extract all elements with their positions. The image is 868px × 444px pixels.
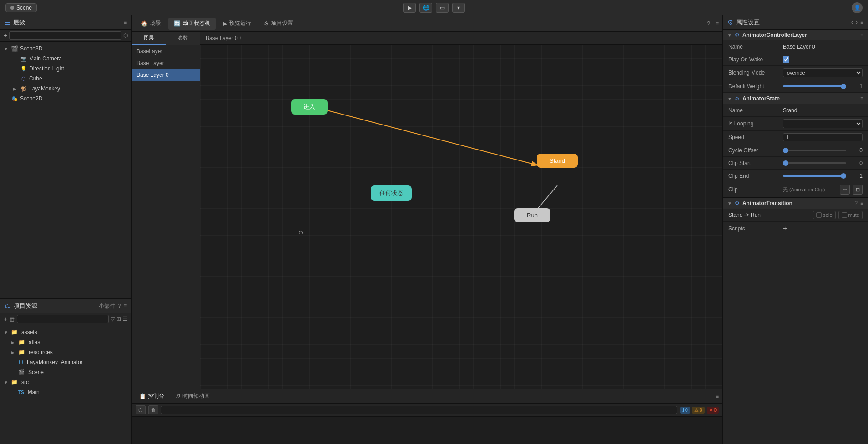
project-help-icon[interactable]: ? (118, 303, 121, 309)
tree-item-layamonkey[interactable]: ▶ 🐒 LayaMonkey (0, 84, 131, 94)
tree-item-main-camera[interactable]: 📷 Main Camera (0, 54, 131, 64)
hierarchy-search-bar: + ⬡ (0, 30, 131, 42)
project-search-input[interactable] (17, 315, 109, 323)
graph-node-enter[interactable]: 进入 (291, 99, 328, 115)
assets-arrow: ▼ (4, 330, 9, 335)
folder-resources[interactable]: ▶ 📁 resources (0, 347, 131, 357)
section-state-header[interactable]: ▼ ⚙ AnimatorState ≡ (723, 93, 868, 104)
dropdown-icon: ▾ (457, 5, 460, 11)
prop-speed-input[interactable] (783, 133, 863, 141)
console-clear-btn[interactable]: 🗑 (148, 405, 158, 414)
dropdown-button[interactable]: ▾ (452, 3, 465, 13)
grid-icon[interactable]: ⊞ (116, 316, 121, 322)
prop-clip-end-slider-container: 1 (783, 173, 863, 179)
prop-state-name-text: Stand (783, 107, 797, 114)
tree-item-cube[interactable]: ⬡ Cube (0, 74, 131, 84)
folder-atlas[interactable]: ▶ 📁 atlas (0, 337, 131, 347)
svg-line-0 (328, 110, 537, 165)
scripts-row: Scripts + (723, 222, 868, 235)
clip-edit-btn[interactable]: ✏ (840, 185, 850, 195)
tree-item-direction-light[interactable]: 💡 Direction Light (0, 64, 131, 74)
layer-item-base-layer-0[interactable]: Base Layer 0 (132, 69, 200, 81)
scene2d-icon: 🎭 (11, 95, 18, 102)
scripts-add-btn[interactable]: + (783, 224, 787, 233)
layer-item-base-layer[interactable]: Base Layer (132, 57, 200, 69)
tab-menu-icon[interactable]: ≡ (716, 20, 719, 27)
console-copy-btn[interactable]: ⬡ (136, 405, 146, 414)
hierarchy-copy-icon[interactable]: ⬡ (123, 32, 128, 39)
prop-play-on-wake-row: Play On Wake (723, 53, 868, 66)
main-ts-icon: TS (18, 390, 24, 395)
file-laya-animator[interactable]: 🎞 LayaMonkey_Animator (0, 357, 131, 367)
state-menu[interactable]: ≡ (860, 95, 863, 102)
transition-menu[interactable]: ≡ (860, 200, 863, 206)
animator-layers: 图层 参数 BaseLayer Base Layer Base Layer 0 (132, 32, 200, 389)
graph-node-run[interactable]: Run (514, 208, 550, 222)
add-project-icon[interactable]: + (4, 315, 7, 323)
filter-icon[interactable]: ▽ (111, 316, 115, 322)
props-nav-right[interactable]: › (856, 19, 858, 25)
console-search-input[interactable] (161, 406, 677, 414)
prop-clip-start-slider[interactable] (783, 162, 846, 164)
main-camera-label: Main Camera (29, 55, 62, 62)
graph-node-any[interactable]: 任何状态 (371, 185, 412, 201)
assets-folder-icon: 📁 (11, 329, 18, 335)
play-button[interactable]: ▶ (403, 3, 416, 13)
tab-animator[interactable]: 🔄 动画状态机 (168, 18, 216, 30)
tab-scene[interactable]: 🏠 场景 (136, 18, 167, 30)
prop-clip-end-slider[interactable] (783, 175, 846, 177)
top-bar-center: ▶ 🌐 ▭ ▾ (403, 3, 465, 13)
device-button[interactable]: ▭ (436, 3, 449, 13)
props-nav-left[interactable]: ‹ (851, 19, 853, 25)
scene2d-label: Scene2D (20, 95, 42, 102)
toggle-solo[interactable]: solo (813, 211, 835, 219)
tab-timeline[interactable]: ⏱ 时间轴动画 (172, 391, 213, 401)
scene-tab-label: 场景 (150, 20, 161, 27)
graph-node-stand[interactable]: Stand (537, 154, 578, 168)
tree-item-scene2d[interactable]: 🎭 Scene2D (0, 94, 131, 104)
toggle-mute[interactable]: mute (838, 211, 863, 219)
layer-tab-layers[interactable]: 图层 (132, 32, 166, 45)
prop-blending-mode-select[interactable]: override (783, 68, 863, 77)
prop-default-weight-slider-container: 1 (783, 83, 863, 90)
tab-preview[interactable]: ▶ 预览运行 (217, 18, 257, 30)
section-controller-header[interactable]: ▼ ⚙ AnimatorControllerLayer ≡ (723, 30, 868, 40)
folder-src[interactable]: ▼ 📁 src (0, 377, 131, 387)
warn-icon: ⚠ (694, 407, 699, 413)
globe-button[interactable]: 🌐 (419, 3, 432, 13)
clip-browse-btn[interactable]: ⊞ (853, 185, 863, 195)
props-menu-icon[interactable]: ≡ (860, 19, 863, 25)
transition-help-icon[interactable]: ? (854, 200, 858, 206)
prop-is-looping-select[interactable] (783, 119, 863, 128)
src-label: src (21, 379, 29, 385)
prop-default-weight-value: 1 (783, 83, 863, 90)
tree-item-scene3d[interactable]: ▼ 🎬 Scene3D (0, 44, 131, 54)
file-scene[interactable]: 🎬 Scene (0, 367, 131, 377)
console-menu-icon[interactable]: ≡ (716, 393, 719, 399)
hierarchy-menu-icon[interactable]: ≡ (124, 19, 127, 25)
folder-assets[interactable]: ▼ 📁 assets (0, 327, 131, 337)
badge-info-count: 0 (685, 407, 688, 413)
scene-tab[interactable]: Scene (5, 3, 37, 12)
user-icon[interactable]: 👤 (852, 2, 863, 13)
prop-default-weight-slider[interactable] (783, 85, 846, 87)
add-hierarchy-icon[interactable]: + (4, 32, 7, 39)
trash-icon[interactable]: 🗑 (9, 316, 15, 323)
controller-menu[interactable]: ≡ (860, 32, 863, 38)
mute-label: mute (848, 212, 859, 218)
layer-tab-params[interactable]: 参数 (166, 32, 200, 45)
settings-tab-icon: ⚙ (264, 20, 269, 27)
hierarchy-search-input[interactable] (9, 31, 121, 40)
section-transition-header[interactable]: ▼ ⚙ AnimatorTransition ? ≡ (723, 198, 868, 209)
project-menu-icon[interactable]: ≡ (124, 303, 127, 309)
prop-play-on-wake-checkbox[interactable] (783, 56, 789, 63)
src-folder-icon: 📁 (11, 379, 18, 385)
animator-icon: 🎞 (18, 359, 23, 365)
tab-help-icon[interactable]: ? (707, 20, 710, 27)
prop-cycle-offset-slider[interactable] (783, 150, 846, 151)
list-icon[interactable]: ☰ (123, 316, 128, 322)
animator-graph[interactable]: 进入 Stand 任何状态 Run (200, 45, 722, 389)
tab-settings[interactable]: ⚙ 项目设置 (258, 18, 298, 30)
tab-console[interactable]: 📋 控制台 (136, 391, 168, 401)
file-main[interactable]: TS Main (0, 387, 131, 397)
